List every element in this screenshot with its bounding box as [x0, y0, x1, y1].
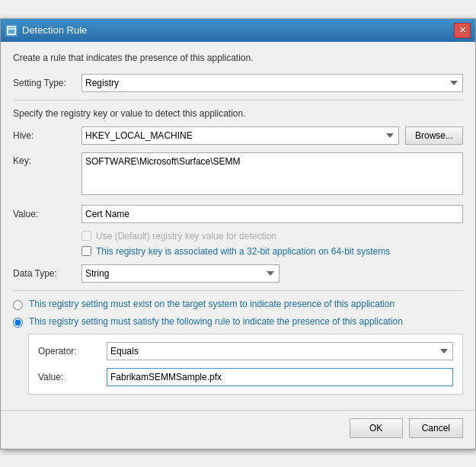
rule-sub-section: Operator: Equals Not Equal to Greater th…: [28, 334, 463, 395]
value-input[interactable]: [81, 205, 463, 223]
dialog-icon: [5, 24, 18, 37]
hive-select-wrap: HKEY_LOCAL_MACHINE HKEY_CURRENT_USER HKE…: [81, 126, 399, 145]
radio-option1-row: This registry setting must exist on the …: [13, 299, 463, 310]
setting-type-select[interactable]: Registry File System Windows Installer S…: [81, 74, 463, 92]
cancel-button[interactable]: Cancel: [409, 418, 463, 438]
use-default-row: Use (Default) registry key value for det…: [81, 231, 463, 241]
value-row: Value:: [13, 205, 463, 223]
title-bar-left: Detection Rule: [5, 24, 87, 37]
browse-button[interactable]: Browse...: [405, 126, 463, 145]
title-bar: Detection Rule ✕: [1, 19, 475, 42]
radio-option2[interactable]: [13, 318, 23, 328]
divider-1: [13, 100, 463, 101]
32bit-label: This registry key is associated with a 3…: [96, 246, 390, 257]
dialog-content: Create a rule that indicates the presenc…: [1, 42, 475, 404]
rule-value-control: [107, 368, 453, 386]
use-default-checkbox[interactable]: [81, 231, 91, 241]
setting-type-row: Setting Type: Registry File System Windo…: [13, 74, 463, 92]
value-label: Value:: [13, 209, 81, 219]
hive-row: Hive: HKEY_LOCAL_MACHINE HKEY_CURRENT_US…: [13, 126, 463, 145]
32bit-row: This registry key is associated with a 3…: [81, 246, 463, 257]
key-row: Key: SOFTWARE\Microsoft\Surface\SEMM: [13, 152, 463, 197]
setting-type-control: Registry File System Windows Installer S…: [81, 74, 463, 92]
close-button[interactable]: ✕: [454, 23, 471, 38]
title-bar-controls: ✕: [454, 23, 471, 38]
hive-select[interactable]: HKEY_LOCAL_MACHINE HKEY_CURRENT_USER HKE…: [81, 126, 399, 145]
operator-label: Operator:: [38, 346, 107, 357]
value-control: [81, 205, 463, 223]
key-textarea[interactable]: SOFTWARE\Microsoft\Surface\SEMM: [81, 152, 463, 195]
dialog-footer: OK Cancel: [1, 410, 475, 449]
key-label: Key:: [13, 152, 81, 166]
rule-value-input[interactable]: [107, 368, 453, 386]
registry-section-label: Specify the registry key or value to det…: [13, 108, 463, 119]
dialog-title: Detection Rule: [22, 24, 87, 36]
hive-label: Hive:: [13, 130, 81, 141]
radio-option1-label: This registry setting must exist on the …: [29, 299, 395, 309]
operator-select[interactable]: Equals Not Equal to Greater than Greater…: [107, 342, 453, 360]
data-type-row: Data Type: String Integer Version: [13, 264, 463, 283]
radio-option1[interactable]: [13, 300, 23, 310]
ok-button[interactable]: OK: [350, 418, 403, 438]
operator-control: Equals Not Equal to Greater than Greater…: [107, 342, 453, 360]
radio-option2-row: This registry setting must satisfy the f…: [13, 316, 463, 328]
operator-row: Operator: Equals Not Equal to Greater th…: [38, 342, 453, 360]
setting-type-label: Setting Type:: [13, 78, 81, 88]
radio-section: This registry setting must exist on the …: [13, 290, 463, 395]
rule-value-row: Value:: [38, 368, 453, 386]
rule-value-label: Value:: [38, 372, 107, 382]
32bit-checkbox[interactable]: [81, 246, 91, 256]
data-type-select[interactable]: String Integer Version: [81, 264, 280, 283]
key-control: SOFTWARE\Microsoft\Surface\SEMM: [81, 152, 463, 197]
data-type-label: Data Type:: [13, 268, 81, 279]
dialog-description: Create a rule that indicates the presenc…: [13, 53, 463, 63]
radio-option2-label: This registry setting must satisfy the f…: [29, 316, 403, 327]
svg-rect-0: [8, 27, 15, 34]
data-type-control: String Integer Version: [81, 264, 280, 283]
use-default-label: Use (Default) registry key value for det…: [96, 231, 276, 241]
detection-rule-dialog: Detection Rule ✕ Create a rule that indi…: [0, 18, 476, 449]
